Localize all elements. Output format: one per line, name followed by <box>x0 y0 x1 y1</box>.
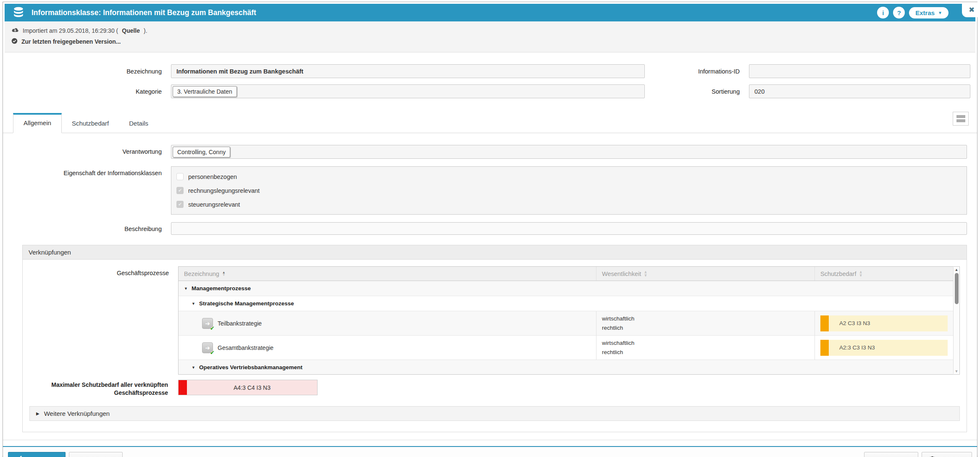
checkbox[interactable]: ✔ <box>176 201 184 208</box>
process-table-rows: ▼Managementprozesse▼Strategische Managem… <box>179 281 953 375</box>
meta-bar: Importiert am 29.05.2018, 16:29:30 (Quel… <box>5 21 975 53</box>
view-toggle-button[interactable] <box>953 112 969 126</box>
wesentlichkeit-cell: wirtschaftlichrechtlich <box>596 336 814 360</box>
tree-item-row[interactable]: ➔✔Teilbankstrategiewirtschaftlichrechtli… <box>179 311 953 336</box>
severity-level-block <box>820 315 829 331</box>
tab-schutzbedarf[interactable]: Schutzbedarf <box>62 114 119 133</box>
checkbox[interactable] <box>176 173 184 180</box>
schutzbedarf-badge: A2 C3 I3 N3 <box>820 315 948 331</box>
verantwortung-label: Verantwortung <box>3 145 171 155</box>
help-button[interactable]: ? <box>893 7 905 18</box>
beschreibung-label: Beschreibung <box>3 222 171 232</box>
collapse-caret-icon[interactable]: ▼ <box>184 286 188 291</box>
info-button[interactable]: i <box>877 7 889 18</box>
chevron-down-icon: ▼ <box>938 11 942 15</box>
checkbox-label: steuerungsrelevant <box>188 201 240 208</box>
max-schutzbedarf-value: A4:3 C4 I3 N3 <box>187 380 317 395</box>
schutzbedarf-cell: A2:3 C3 I3 N3 <box>814 336 953 360</box>
version-link[interactable]: Zur letzten freigegebenen Version... <box>21 38 121 45</box>
table-scrollbar[interactable]: ▲ ▼ <box>953 267 959 374</box>
schliessen-button[interactable]: ✖ Schließen <box>69 452 123 457</box>
eigenschaften-label: Eigenschaft der Informationsklassen <box>3 166 171 176</box>
severity-level-block <box>179 380 187 395</box>
sort-icons: ∧∨ <box>644 271 647 277</box>
collapse-caret-icon[interactable]: ▼ <box>192 365 195 370</box>
wesentlichkeit-cell: wirtschaftlichrechtlich <box>596 311 814 335</box>
process-icon: ➔✔ <box>202 342 213 353</box>
tab-bar: Allgemein Schutzbedarf Details <box>3 110 977 133</box>
tree-item-row[interactable]: ➔✔Gesamtbankstrategiewirtschaftlichrecht… <box>179 336 953 360</box>
page-title: Informationsklasse: Informationen mit Be… <box>32 8 256 17</box>
checkbox-label: rechnungslegungsrelevant <box>188 187 260 194</box>
edit-icon <box>16 455 22 457</box>
close-icon[interactable]: ✖ <box>962 2 980 17</box>
verknuepfungen-panel: Verknüpfungen Geschäftsprozesse Bezeichn… <box>22 245 967 432</box>
verantwortung-field[interactable]: Controlling, Conny <box>171 145 967 159</box>
scroll-up-icon[interactable]: ▲ <box>954 268 959 272</box>
bearbeiten-button[interactable]: Bearbeiten <box>8 452 66 457</box>
sortierung-field[interactable]: 020 <box>749 84 970 98</box>
collapsed-caret-icon: ▶ <box>36 411 39 416</box>
quelle-link[interactable]: Quelle <box>122 27 140 34</box>
arrow-right-icon: ➔ <box>205 345 210 351</box>
group-label: Operatives Vertriebsbankmanagement <box>199 364 302 370</box>
checkbox-label: personenbezogen <box>188 173 237 180</box>
group-label: Managementprozesse <box>192 285 251 292</box>
informations-id-field[interactable] <box>749 64 970 78</box>
tree-group-row[interactable]: ▼Operatives Vertriebsbankmanagement <box>179 360 953 375</box>
kategorie-field[interactable]: 3. Vertrauliche Daten <box>171 84 645 98</box>
checkbox-option[interactable]: personenbezogen <box>176 170 962 184</box>
tree-group-row[interactable]: ▼Managementprozesse <box>179 281 953 296</box>
column-header-schutzbedarf[interactable]: Schutzbedarf ∧∨ <box>814 267 953 281</box>
checkbox-option[interactable]: ✔steuerungsrelevant <box>176 197 962 211</box>
collapse-caret-icon[interactable]: ▼ <box>192 302 195 306</box>
column-header-wesentlichkeit[interactable]: Wesentlichkeit ∧∨ <box>596 267 814 281</box>
tab-panel-allgemein: Verantwortung Controlling, Conny Eigensc… <box>3 133 977 440</box>
bezeichnung-label: Bezeichnung <box>3 68 171 75</box>
column-header-bezeichnung[interactable]: Bezeichnung ▲▼ <box>179 267 596 281</box>
beschreibung-field[interactable] <box>171 222 967 235</box>
verknuepfungen-header: Verknüpfungen <box>23 245 967 260</box>
action-bar: Bearbeiten ✖ Schließen ✔ Freigeben Lösch… <box>3 446 977 457</box>
freigeben-button[interactable]: ✔ Freigeben <box>864 452 918 457</box>
list-icon <box>956 115 965 118</box>
max-schutzbedarf-label: Maximaler Schutzbedarf aller verknüpften… <box>29 380 178 397</box>
arrow-right-icon: ➔ <box>205 320 210 326</box>
bezeichnung-field[interactable]: Informationen mit Bezug zum Bankgeschäft <box>171 64 645 78</box>
tree-group-row[interactable]: ▼Strategische Managementprozesse <box>179 296 953 311</box>
scroll-down-icon[interactable]: ▼ <box>954 369 959 373</box>
process-table: Bezeichnung ▲▼ Wesentlichkeit ∧∨ Schutzb… <box>178 266 960 375</box>
process-table-header: Bezeichnung ▲▼ Wesentlichkeit ∧∨ Schutzb… <box>179 267 953 281</box>
sort-icons: ∧∨ <box>859 271 862 277</box>
extras-button[interactable]: Extras▼ <box>909 7 948 18</box>
severity-level-block <box>820 340 829 356</box>
approved-check-icon: ✔ <box>210 325 215 331</box>
scrollbar-thumb[interactable] <box>955 273 959 304</box>
database-icon <box>12 6 25 19</box>
loeschen-button[interactable]: Löschen <box>922 452 972 457</box>
process-label[interactable]: Gesamtbankstrategie <box>218 344 273 351</box>
approved-check-icon: ✔ <box>210 349 215 356</box>
geschaeftsprozesse-label: Geschäftsprozesse <box>29 266 178 375</box>
max-schutzbedarf-badge: A4:3 C4 I3 N3 <box>178 380 318 395</box>
schutzbedarf-cell: A2 C3 I3 N3 <box>814 311 953 335</box>
check-circle-icon <box>11 38 18 45</box>
schutzbedarf-badge: A2:3 C3 I3 N3 <box>820 340 948 356</box>
tab-details[interactable]: Details <box>119 114 158 133</box>
checkbox[interactable]: ✔ <box>176 187 184 194</box>
title-bar: Informationsklasse: Informationen mit Be… <box>5 4 975 21</box>
kategorie-chip[interactable]: 3. Vertrauliche Daten <box>173 86 237 97</box>
cloud-import-icon <box>11 27 19 34</box>
tab-allgemein[interactable]: Allgemein <box>13 113 62 133</box>
sort-asc-icon: ▲▼ <box>222 271 226 276</box>
header-form: Bezeichnung Informationen mit Bezug zum … <box>3 53 977 101</box>
import-info: Importiert am 29.05.2018, 16:29:30 (Quel… <box>11 25 969 36</box>
sortierung-label: Sortierung <box>645 88 749 95</box>
group-label: Strategische Managementprozesse <box>199 300 294 307</box>
verantwortung-chip[interactable]: Controlling, Conny <box>173 147 230 158</box>
checkbox-option[interactable]: ✔rechnungslegungsrelevant <box>176 184 962 197</box>
weitere-verknuepfungen-toggle[interactable]: ▶ Weitere Verknüpfungen <box>29 406 960 421</box>
eigenschaften-box: personenbezogen✔rechnungslegungsrelevant… <box>171 166 967 215</box>
app-window: Informationsklasse: Informationen mit Be… <box>3 2 977 457</box>
process-label[interactable]: Teilbankstrategie <box>218 320 262 327</box>
